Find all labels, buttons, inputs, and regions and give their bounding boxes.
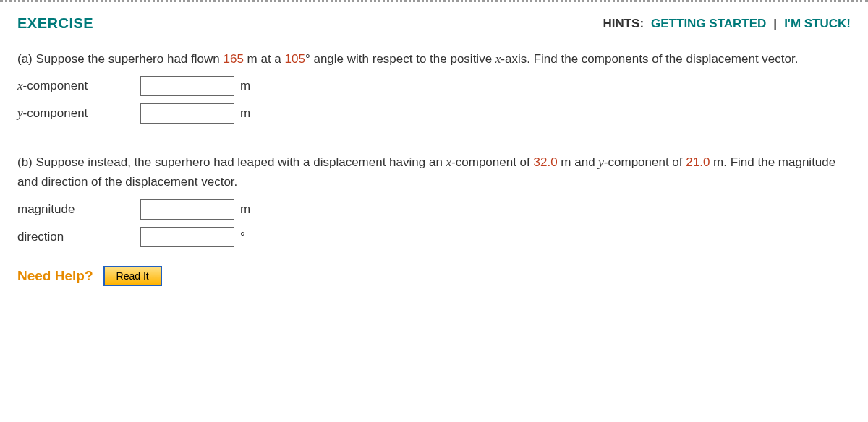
magnitude-row: magnitude m: [17, 199, 851, 220]
degree-symbol: °: [305, 52, 310, 66]
y-component-row: y-component m: [17, 103, 851, 124]
part-b-prefix: (b) Suppose instead, the superhero had l…: [17, 155, 446, 169]
x-component-unit: m: [240, 79, 250, 93]
direction-input[interactable]: [140, 227, 234, 247]
part-a-mid1: m at a: [244, 52, 285, 66]
part-a-text: (a) Suppose the superhero had flown 165 …: [17, 49, 851, 69]
hints-separator: |: [773, 17, 777, 31]
magnitude-label: magnitude: [17, 202, 140, 217]
exercise-title: EXERCISE: [17, 15, 93, 32]
part-b-mid2: m and: [558, 155, 599, 169]
direction-label: direction: [17, 230, 140, 244]
y-var: y: [17, 106, 23, 120]
need-help-label: Need Help?: [17, 268, 93, 284]
value-105: 105: [285, 52, 305, 66]
part-b-text: (b) Suppose instead, the superhero had l…: [17, 152, 851, 191]
b-yvar: y: [598, 155, 604, 169]
x-component-label: x-component: [17, 79, 140, 93]
header-row: EXERCISE HINTS: GETTING STARTED | I'M ST…: [17, 15, 851, 32]
y-component-unit: m: [240, 106, 250, 121]
y-component-input[interactable]: [140, 103, 234, 124]
value-165: 165: [223, 52, 243, 66]
part-a-tail: -axis. Find the components of the displa…: [501, 52, 798, 66]
y-comp-suffix: -component: [23, 106, 88, 120]
x-component-input[interactable]: [140, 76, 234, 96]
exercise-container: EXERCISE HINTS: GETTING STARTED | I'M ST…: [0, 0, 868, 303]
x-comp-suffix: -component: [23, 79, 88, 92]
magnitude-input[interactable]: [140, 199, 234, 220]
im-stuck-link[interactable]: I'M STUCK!: [784, 17, 851, 31]
magnitude-unit: m: [240, 202, 250, 217]
value-32: 32.0: [534, 155, 558, 169]
value-21: 21.0: [686, 155, 710, 169]
getting-started-link[interactable]: GETTING STARTED: [651, 17, 766, 31]
hints-label: HINTS:: [603, 17, 644, 31]
part-a-suffix: angle with respect to the positive: [310, 52, 495, 66]
x-var: x: [17, 79, 23, 92]
x-component-row: x-component m: [17, 76, 851, 96]
part-b-mid1: -component of: [451, 155, 533, 169]
direction-row: direction °: [17, 227, 851, 247]
part-b-mid3: -component of: [604, 155, 686, 169]
direction-unit: °: [240, 230, 245, 244]
read-it-button[interactable]: Read It: [103, 266, 162, 286]
part-a-prefix: (a) Suppose the superhero had flown: [17, 52, 223, 66]
b-xvar: x: [446, 155, 452, 169]
hints-area: HINTS: GETTING STARTED | I'M STUCK!: [603, 17, 851, 31]
y-component-label: y-component: [17, 106, 140, 121]
need-help-row: Need Help? Read It: [17, 266, 851, 286]
